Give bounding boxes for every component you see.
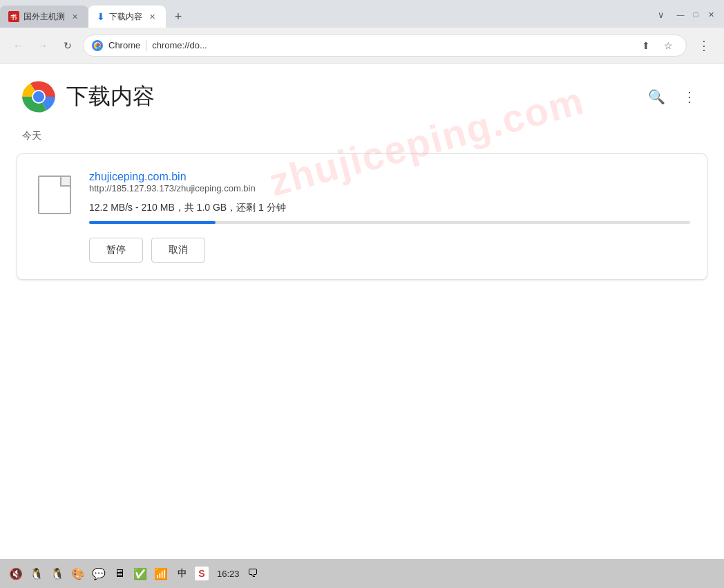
close-button[interactable]: ✕ (706, 10, 716, 19)
more-options-button[interactable]: ⋮ (677, 84, 702, 109)
qq1-icon[interactable]: 🐧 (29, 566, 44, 581)
download-progress-text: 12.2 MB/s - 210 MB，共 1.0 GB，还剩 1 分钟 (89, 202, 690, 214)
pause-button[interactable]: 暂停 (89, 238, 143, 263)
header-actions: 🔍 ⋮ (644, 84, 702, 109)
reload-button[interactable]: ↻ (58, 36, 77, 55)
window-controls: — □ ✕ (667, 10, 724, 19)
download-item: zhujiceping.com.bin http://185.127.93.17… (17, 153, 707, 280)
progress-bar-container (89, 221, 690, 224)
chrome-icon (92, 40, 103, 51)
chrome-label: Chrome (108, 40, 140, 50)
url-bar[interactable]: Chrome chrome://do... ⬆ ☆ (83, 35, 687, 57)
section-today-label: 今天 (0, 124, 724, 148)
minimize-button[interactable]: — (676, 10, 685, 19)
address-bar: ← → ↻ Chrome chrome://do... ⬆ ☆ ⋮ (0, 28, 724, 64)
download-filename[interactable]: zhujiceping.com.bin (89, 171, 187, 182)
tab1-favicon: 书 (8, 11, 19, 22)
progress-bar-fill (89, 221, 216, 224)
tab-2[interactable]: ⬇ 下载内容 ✕ (88, 6, 166, 28)
wechat-icon[interactable]: 💬 (91, 566, 106, 581)
url-text[interactable]: chrome://do... (152, 40, 631, 50)
notification-icon[interactable]: 🗨 (245, 566, 260, 581)
search-button[interactable]: 🔍 (644, 84, 669, 109)
bookmark-button[interactable]: ☆ (658, 36, 678, 55)
taskbar: 🔇 🐧 🐧 🎨 💬 🖥 ✅ 📶 中 S 16:23 🗨 (0, 559, 724, 588)
page-content: zhujiceping.com 下载内容 🔍 ⋮ 今天 (0, 64, 724, 559)
check-icon[interactable]: ✅ (133, 566, 148, 581)
file-icon (38, 176, 71, 214)
page-header: 下载内容 🔍 ⋮ (0, 64, 724, 124)
page-title: 下载内容 (66, 82, 155, 112)
back-button[interactable]: ← (8, 36, 28, 55)
download-url: http://185.127.93.173/zhujiceping.com.bi… (89, 183, 690, 193)
restore-button[interactable]: □ (691, 10, 701, 19)
url-divider (146, 40, 146, 51)
more-icon: ⋮ (683, 88, 696, 105)
new-tab-button[interactable]: + (169, 7, 188, 26)
svg-point-7 (33, 91, 44, 102)
tab2-close[interactable]: ✕ (146, 11, 158, 22)
download-details: zhujiceping.com.bin http://185.127.93.17… (89, 171, 690, 263)
url-actions: ⬆ ☆ (636, 36, 678, 55)
tab-strip: 书 国外主机测 ✕ ⬇ 下载内容 ✕ + (0, 0, 658, 28)
taskbar-time: 16:23 (217, 569, 240, 579)
search-icon: 🔍 (648, 88, 665, 105)
tabs-dropdown[interactable]: ∨ (658, 10, 665, 20)
color-icon[interactable]: 🎨 (70, 566, 86, 581)
tab1-label: 国外主机测 (23, 11, 65, 23)
wifi-icon[interactable]: 📶 (153, 566, 169, 581)
svg-text:书: 书 (10, 14, 17, 21)
display-icon[interactable]: 🖥 (112, 566, 127, 581)
cancel-button[interactable]: 取消 (151, 238, 205, 263)
chrome-menu-button[interactable]: ⋮ (692, 35, 716, 56)
forward-button[interactable]: → (33, 36, 53, 55)
qq2-icon[interactable]: 🐧 (50, 566, 65, 581)
volume-icon[interactable]: 🔇 (8, 566, 23, 581)
sougou-icon[interactable]: S (195, 567, 209, 580)
download-actions: 暂停 取消 (89, 238, 690, 263)
file-icon-wrap (34, 171, 75, 219)
language-icon[interactable]: 中 (174, 566, 189, 581)
tab2-label: 下载内容 (109, 11, 142, 23)
tab1-close[interactable]: ✕ (69, 11, 80, 22)
titlebar: 书 国外主机测 ✕ ⬇ 下载内容 ✕ + ∨ — □ ✕ (0, 0, 724, 28)
chrome-logo (22, 80, 55, 113)
tab2-favicon: ⬇ (97, 11, 105, 22)
share-button[interactable]: ⬆ (636, 36, 656, 55)
tab-1[interactable]: 书 国外主机测 ✕ (0, 6, 88, 28)
